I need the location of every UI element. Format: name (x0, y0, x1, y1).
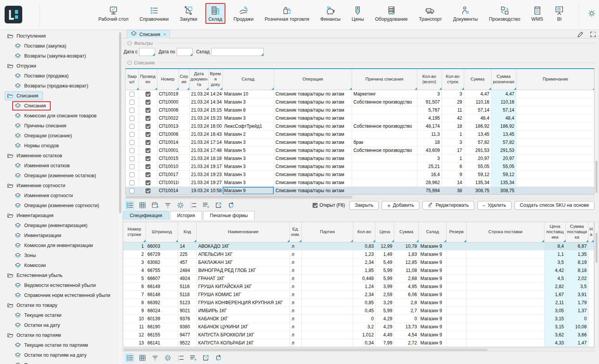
cell[interactable] (179, 146, 189, 154)
calendarAdd-icon[interactable] (151, 201, 160, 210)
spec-vertical-scrollbar[interactable] (595, 222, 598, 347)
cell[interactable]: 6,97 (566, 242, 588, 250)
cell[interactable] (139, 90, 157, 98)
cell[interactable]: Списание товара/тары по актам (274, 130, 352, 138)
cell[interactable]: 0,83 (353, 242, 376, 250)
cell[interactable]: 225 (178, 250, 197, 258)
filter-input-1[interactable] (177, 48, 193, 56)
docTableWrap-col-header-6[interactable]: Склад (222, 69, 274, 90)
row-checkbox[interactable] (129, 164, 134, 169)
cell[interactable]: КАБАЧОК 1КГ (197, 315, 290, 323)
cell[interactable]: л (290, 331, 301, 339)
cell[interactable]: 2,02 (566, 274, 588, 282)
cell[interactable] (588, 250, 594, 258)
cell[interactable]: 1,24 (353, 282, 376, 290)
cell[interactable]: 2,34 (353, 290, 376, 298)
sidebar-item-23[interactable]: Комиссии (0, 260, 118, 270)
nav-item-retail[interactable]: Розничная торговля (261, 3, 312, 24)
cell[interactable]: 4924 (178, 274, 197, 282)
cell[interactable] (139, 162, 157, 170)
cell[interactable] (179, 170, 189, 178)
cell[interactable] (447, 331, 467, 339)
cell[interactable]: КАБАЧОК ЦУКИНИ 1КГ (197, 323, 290, 331)
docTableWrap-col-header-2[interactable]: Номер (157, 69, 179, 90)
scrollbar-thumb[interactable] (596, 233, 597, 263)
cell[interactable]: Списание товара/тары по актам (274, 186, 352, 194)
cell[interactable] (301, 306, 353, 315)
cell[interactable] (516, 186, 594, 194)
cell[interactable]: 60139 (146, 315, 178, 323)
cell[interactable] (126, 154, 139, 162)
cell[interactable] (467, 339, 544, 347)
cell[interactable]: 19:23 (208, 170, 222, 178)
sidebar-item-0[interactable]: Поступления (0, 31, 118, 41)
cell[interactable]: 17 (442, 146, 464, 154)
cell[interactable]: 1,1 (544, 250, 566, 258)
cell[interactable]: 12,85 (394, 258, 419, 266)
sidebar-item-9[interactable]: Причины списания (0, 121, 118, 131)
cell[interactable]: 10:58 (208, 186, 222, 194)
cell[interactable]: Магазин 2 (222, 130, 274, 138)
cell[interactable]: 2 (123, 250, 146, 258)
cell[interactable]: Списание товара/тары по актам (274, 138, 352, 146)
specTableWrap-col-header-14[interactable]: На (588, 222, 594, 242)
sidebar-scrollbar[interactable] (119, 30, 122, 364)
nav-item-prices[interactable]: $Цены (349, 3, 367, 24)
cell[interactable]: 5,99 (376, 306, 394, 315)
cell[interactable] (447, 290, 467, 298)
cell[interactable] (588, 282, 594, 290)
sidebar-item-29[interactable]: Остатки на дату (0, 320, 118, 330)
sidebar-item-5[interactable]: Возвраты (продажа-возврат) (0, 81, 118, 91)
row-checkbox[interactable] (129, 132, 134, 137)
docTableWrap-col-header-0[interactable]: Закрыт (126, 69, 139, 90)
cell[interactable] (139, 130, 157, 138)
cell[interactable]: Списание товара/тары по актам (274, 170, 352, 178)
cell[interactable]: 28,962 (417, 178, 442, 186)
cell[interactable] (447, 242, 467, 250)
cell[interactable]: 2,11 (544, 298, 566, 306)
cell[interactable]: 4,47 (491, 90, 516, 98)
specTableWrap-col-header-6[interactable]: Кол-во (353, 222, 376, 242)
cell[interactable]: 3,05 (544, 306, 566, 315)
cell[interactable]: 48,4 (491, 114, 516, 122)
cell[interactable]: 2,7 (394, 306, 419, 315)
sidebar-item-2[interactable]: Возвраты (закупка-возврат) (0, 51, 118, 61)
cell[interactable] (301, 242, 353, 250)
cell[interactable]: 66607 (146, 274, 178, 282)
row-checkbox[interactable] (146, 132, 151, 137)
cell[interactable]: 13 (123, 339, 146, 347)
cell[interactable]: л (290, 290, 301, 298)
cell[interactable]: Магазин 9 (419, 266, 446, 274)
cell[interactable]: 5 (123, 274, 146, 282)
sidebar-item-13[interactable]: Изменения остатков (0, 161, 118, 171)
cell[interactable] (467, 306, 544, 315)
cell[interactable]: 66392 (146, 298, 178, 306)
cell[interactable]: 14:34 (208, 98, 222, 106)
cell[interactable] (179, 122, 189, 130)
cell[interactable] (139, 122, 157, 130)
cell[interactable] (516, 162, 594, 170)
expand-fullscreen-icon[interactable] (589, 31, 597, 40)
cell[interactable]: 55,05 (491, 162, 516, 170)
cell[interactable]: Магазин 3 (222, 162, 274, 170)
cell[interactable]: 8 (123, 298, 146, 306)
cell[interactable]: 9380 (178, 323, 197, 331)
row-checkbox[interactable] (129, 100, 134, 105)
row-checkbox[interactable] (129, 124, 134, 129)
cell[interactable]: 186,92 (464, 122, 491, 130)
cell[interactable] (588, 323, 594, 331)
cell[interactable] (447, 298, 467, 306)
cell[interactable]: 13,45 (464, 130, 491, 138)
cell[interactable] (126, 170, 139, 178)
cell[interactable]: 1,67 (544, 290, 566, 298)
cell[interactable] (301, 323, 353, 331)
cell[interactable]: ГРУША КОНФЕРЕНЦИЯ КРУПНАЯ 1КГ (197, 298, 290, 306)
detail-tab-1[interactable]: История (170, 211, 202, 220)
cell[interactable]: 1 (123, 242, 146, 250)
open-f6-checkbox[interactable]: Открыт (F6) (313, 203, 345, 208)
cell[interactable] (352, 186, 417, 194)
sidebar-item-25[interactable]: Ведомости естественной убыли (0, 280, 118, 290)
cell[interactable] (352, 130, 417, 138)
cell[interactable] (126, 106, 139, 114)
cell[interactable]: 5,99 (376, 266, 394, 274)
